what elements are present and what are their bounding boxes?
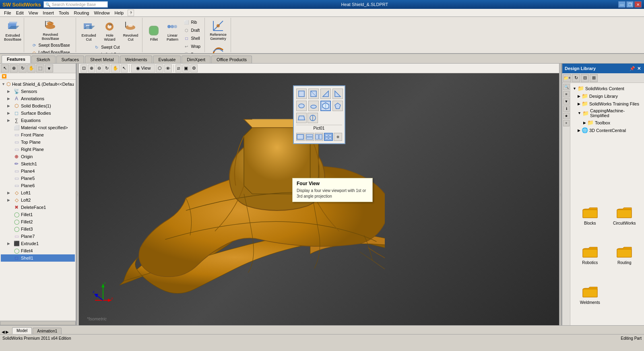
tree-solid-bodies[interactable]: ▶ ⬡ Solid Bodies(1) bbox=[1, 102, 75, 109]
curves-button[interactable]: Curves bbox=[209, 43, 227, 54]
view-left-btn[interactable] bbox=[320, 89, 331, 99]
scroll-track[interactable] bbox=[0, 321, 76, 325]
tree-fillet2[interactable]: ▶ ◯ Fillet2 bbox=[1, 218, 75, 225]
lib-side-star[interactable]: ★ bbox=[563, 113, 570, 119]
tab-features[interactable]: Features bbox=[2, 55, 31, 63]
lib-sw-content[interactable]: ▼ 📁 SolidWorks Content bbox=[572, 85, 642, 92]
view-dimetric-btn[interactable] bbox=[296, 113, 307, 123]
menu-view[interactable]: View bbox=[26, 10, 41, 16]
tree-front-plane[interactable]: ▶ ▭ Front Plane bbox=[1, 131, 75, 138]
tab-weldments[interactable]: Weldments bbox=[120, 56, 153, 63]
tab-animation1[interactable]: Animation1 bbox=[33, 328, 62, 334]
vp-zoom-in[interactable]: ⊕ bbox=[88, 64, 95, 72]
tree-tool-select[interactable]: ↖ bbox=[1, 64, 9, 72]
lib-tool-refresh[interactable]: ↻ bbox=[572, 74, 580, 82]
tree-fillet1[interactable]: ▶ ◯ Fillet1 bbox=[1, 211, 75, 218]
lib-tool-add[interactable]: 📁+ bbox=[563, 74, 571, 82]
view-top-btn[interactable] bbox=[296, 101, 307, 111]
vp-settings[interactable]: ⚙ bbox=[190, 64, 198, 72]
tree-top-plane[interactable]: ▶ ▭ Top Plane bbox=[1, 138, 75, 146]
tree-root[interactable]: ▼ ⬡ Heat Shield_& (Default<<Defau bbox=[1, 81, 75, 88]
layout-single-btn[interactable] bbox=[296, 133, 305, 141]
tree-fillet3[interactable]: ▶ ◯ Fillet3 bbox=[1, 225, 75, 233]
view-back-btn[interactable] bbox=[308, 89, 319, 99]
layout-two-v-btn[interactable] bbox=[315, 133, 323, 141]
revolved-boss-button[interactable]: RevolvedBoss/Base bbox=[41, 19, 60, 42]
tab-office-products[interactable]: Office Products bbox=[211, 56, 252, 63]
lib-design-library[interactable]: ▶ 📁 Design Library bbox=[572, 92, 642, 100]
vp-select[interactable]: ↖ bbox=[121, 64, 128, 72]
vp-hide-show[interactable]: 👁 bbox=[164, 64, 172, 72]
lib-tool-expand[interactable]: ⊞ bbox=[590, 74, 598, 82]
tree-surface-bodies[interactable]: ▶ ◻ Surface Bodies bbox=[1, 109, 75, 117]
panel-close-button[interactable]: ✕ bbox=[636, 66, 642, 71]
view-trimetric-btn[interactable] bbox=[332, 101, 343, 111]
tab-sketch[interactable]: Sketch bbox=[31, 56, 56, 63]
close-button[interactable]: ✕ bbox=[634, 1, 642, 8]
vp-zoom-out[interactable]: ⊖ bbox=[96, 64, 103, 72]
view-iso-btn[interactable] bbox=[320, 101, 331, 111]
lib-capping-machine[interactable]: ▼ 📁 CappingMachine-Simplified bbox=[572, 107, 642, 119]
tree-scrollbar[interactable] bbox=[0, 320, 76, 325]
tree-plane5[interactable]: ▶ ▭ Plane5 bbox=[1, 175, 75, 182]
menu-insert[interactable]: Insert bbox=[40, 10, 56, 16]
tree-tool-filter[interactable]: ▼ bbox=[45, 64, 53, 72]
folder-robotics[interactable]: Robotics bbox=[574, 245, 606, 281]
lib-training-files[interactable]: ▶ 📁 SolidWorks Training Files bbox=[572, 100, 642, 107]
lib-side-add[interactable]: + bbox=[563, 120, 570, 126]
vp-rotate[interactable]: ↻ bbox=[103, 64, 110, 72]
vp-display-mode[interactable]: ⬡ bbox=[156, 64, 163, 72]
tab-evaluate[interactable]: Evaluate bbox=[153, 56, 181, 63]
tree-plane4[interactable]: ▶ ▭ Plane4 bbox=[1, 167, 75, 175]
layout-two-h-btn[interactable] bbox=[305, 133, 314, 141]
tab-sheet-metal[interactable]: Sheet Metal bbox=[85, 56, 119, 63]
scroll-right-btn[interactable]: ▶ bbox=[6, 330, 9, 334]
tab-model[interactable]: Model bbox=[12, 327, 32, 334]
reference-geometry-button[interactable]: ReferenceGeometry bbox=[207, 19, 229, 42]
tree-shell1[interactable]: ▶ □ Shell1 bbox=[1, 254, 75, 262]
tree-extrude1[interactable]: ▶ ⬛ Extrude1 bbox=[1, 240, 75, 247]
lib-toolbox[interactable]: ▶ 📁 Toolbox bbox=[572, 119, 642, 126]
tab-surfaces[interactable]: Surfaces bbox=[56, 56, 84, 63]
lofted-cut-button[interactable]: ◈ Lofted Cut bbox=[92, 51, 127, 54]
tree-annotations[interactable]: ▶ A Annotations bbox=[1, 95, 75, 102]
tree-loft2[interactable]: ▶ ◇ Loft2 bbox=[1, 196, 75, 204]
folder-blocks[interactable]: Blocks bbox=[574, 206, 606, 242]
folder-circuitworks[interactable]: CircuitWorks bbox=[609, 206, 640, 242]
vp-pan[interactable]: ✋ bbox=[111, 64, 120, 72]
menu-edit[interactable]: Edit bbox=[14, 10, 26, 16]
lib-side-list[interactable]: ≡ bbox=[563, 91, 570, 97]
rib-button[interactable]: ⬜ Rib bbox=[182, 19, 203, 26]
view-right-btn[interactable] bbox=[332, 89, 343, 99]
layout-options-btn[interactable]: ⚙ bbox=[334, 133, 342, 141]
menu-window[interactable]: Window bbox=[91, 10, 112, 16]
tree-right-plane[interactable]: ▶ ▭ Right Plane bbox=[1, 146, 75, 153]
tree-tool-pan[interactable]: ✋ bbox=[27, 64, 35, 72]
tree-tool-rotate[interactable]: ↻ bbox=[19, 64, 27, 72]
panel-pin-button[interactable]: 📌 bbox=[630, 66, 635, 71]
minimize-button[interactable]: — bbox=[618, 1, 625, 8]
scroll-left-btn[interactable]: ◀ bbox=[2, 330, 5, 334]
extruded-cut-button[interactable]: ExtrudedCut bbox=[78, 19, 99, 43]
vp-view-palette[interactable]: ▣ bbox=[182, 64, 190, 72]
tree-loft1[interactable]: ▶ ◇ Loft1 bbox=[1, 189, 75, 196]
extruded-boss-button[interactable]: ExtrudedBoss/Base bbox=[3, 19, 22, 43]
tree-fillet4[interactable]: ▶ ◯ Fillet4 bbox=[1, 247, 75, 254]
folder-weldments[interactable]: Weldments bbox=[574, 285, 606, 321]
wrap-button[interactable]: ↩ Wrap bbox=[182, 43, 203, 50]
shell-button[interactable]: □ Shell bbox=[182, 35, 203, 42]
swept-boss-button[interactable]: ⟳ Swept Boss/Base bbox=[30, 42, 71, 49]
view-normal-btn[interactable] bbox=[308, 113, 318, 123]
fillet-button[interactable]: Fillet bbox=[145, 19, 163, 43]
tree-sketch1[interactable]: ▶ ✏ Sketch1 bbox=[1, 160, 75, 167]
linear-pattern-button[interactable]: LinearPattern bbox=[163, 19, 181, 43]
lib-side-search[interactable]: 🔍 bbox=[563, 84, 570, 90]
tree-material[interactable]: ▶ ⬜ Material <not specified> bbox=[1, 124, 75, 131]
tree-equations[interactable]: ▶ ∑ Equations bbox=[1, 117, 75, 124]
vp-view-orient[interactable]: ◉ View bbox=[131, 64, 155, 72]
menu-routing[interactable]: Routing bbox=[72, 10, 92, 16]
tree-plane6[interactable]: ▶ ▭ Plane6 bbox=[1, 182, 75, 189]
search-box[interactable]: 🔍 Search Knowledge Base bbox=[43, 1, 108, 8]
folder-routing[interactable]: Routing bbox=[609, 245, 640, 281]
lib-3d-content-central[interactable]: ▶ 🌐 3D ContentCentral bbox=[572, 126, 642, 134]
